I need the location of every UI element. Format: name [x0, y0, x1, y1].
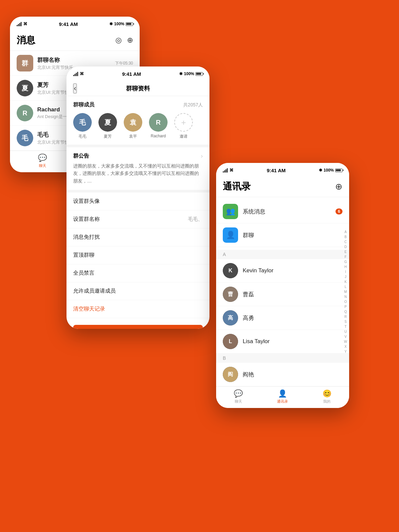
contact-gaoyong[interactable]: 高 高勇: [216, 306, 349, 330]
settings-list: 设置群头像 设置群名称 毛毛、 消息免打扰 置顶群聊 全员禁言 允许成员邀请成员…: [66, 193, 209, 318]
contacts-nav-icon-3: 👤: [278, 389, 287, 398]
setting-label-avatar: 设置群头像: [73, 198, 100, 205]
group-info-scroll[interactable]: 群聊成员 共2057人 毛 毛毛 夏 夏芳: [66, 96, 209, 329]
signal-area: ⌘: [17, 22, 27, 26]
status-bar-1: ⌘ 9:41 AM ✱ 100%: [10, 17, 140, 31]
nav-me-3[interactable]: 😊 我的: [305, 389, 349, 404]
contact-avatar-gaoyong: 高: [223, 310, 238, 326]
member-avatar-maomao: 毛: [73, 113, 92, 132]
signal-area-3: ⌘: [223, 168, 233, 173]
contact-name-gaoyong: 高勇: [243, 314, 254, 322]
setting-group-name[interactable]: 设置群名称 毛毛、: [66, 210, 209, 228]
member-avatar-yuanping: 袁: [124, 113, 142, 132]
wifi-icon-3: ⌘: [229, 168, 233, 173]
section-a: A: [216, 250, 349, 259]
section-b: B: [216, 353, 349, 363]
setting-pin[interactable]: 置顶群聊: [66, 246, 209, 264]
member-maomao[interactable]: 毛 毛毛: [73, 113, 92, 139]
setting-label-dnd: 消息免打扰: [73, 234, 100, 241]
group-chat-label: 群聊: [243, 231, 342, 239]
search-icon[interactable]: ◎: [115, 36, 122, 45]
nav-chat-3[interactable]: 💬 聊天: [216, 389, 260, 404]
contact-caolie[interactable]: 曹 曹磊: [216, 283, 349, 306]
system-messages-label: 系统消息: [243, 208, 331, 215]
signal-area-2: ⌘: [73, 71, 84, 76]
contacts-content: 👥 系统消息 6 👤 群聊 A K Kevin Taylor 曹 曹磊: [216, 197, 349, 386]
contact-avatar-lisataylor: L: [223, 334, 238, 349]
xiafang-avatar: 夏: [17, 80, 33, 96]
bluetooth-icon: ✱: [109, 22, 113, 26]
setting-label-mute: 全员禁言: [73, 270, 94, 277]
chat-nav-icon-3: 💬: [234, 389, 243, 398]
contact-name-lisataylor: Lisa Taylor: [243, 338, 270, 345]
setting-clear-chat[interactable]: 清空聊天记录: [66, 300, 209, 318]
status-bar-3: ⌘ 9:41 AM ✱ 100%: [216, 163, 349, 178]
member-xiafang[interactable]: 夏 夏芳: [98, 113, 117, 139]
phone-contacts: ⌘ 9:41 AM ✱ 100% 通讯录 ⊕ 👥 系统消息 6 👤 群聊: [216, 163, 349, 408]
chat-nav-label-3: 聊天: [235, 399, 242, 404]
status-bar-2: ⌘ 9:41 AM ✱ 100%: [66, 66, 209, 81]
contacts-nav-label-3: 通讯录: [277, 399, 288, 404]
member-avatar-xiafang: 夏: [98, 113, 117, 132]
group-meta: 下午05:30: [115, 61, 133, 66]
member-rachard[interactable]: R Rachard: [149, 113, 168, 139]
signal-icon: [17, 22, 22, 26]
member-yuanping[interactable]: 袁 袁平: [124, 113, 142, 139]
announcement-text: 进圈的朋友，大家多多交流哦，又不懂的可以互相问进圈的朋友，进圈的朋友，大家多多交…: [73, 162, 203, 185]
battery-area-2: ✱ 100%: [179, 71, 203, 76]
add-contact-button[interactable]: ⊕: [335, 182, 342, 192]
member-name-maomao: 毛毛: [78, 134, 86, 139]
signal-icon-2: [73, 72, 78, 76]
announcement-title: 群公告: [73, 153, 89, 160]
setting-group-avatar[interactable]: 设置群头像: [66, 193, 209, 210]
contacts-title: 通讯录: [223, 180, 251, 193]
contact-yanyan[interactable]: 阎 阎艳: [216, 363, 349, 386]
nav-contacts-3[interactable]: 👤 通讯录: [260, 389, 305, 404]
chat-nav-icon: 💬: [38, 154, 47, 162]
chat-nav-label: 聊天: [39, 163, 46, 168]
members-header: 群聊成员 共2057人: [73, 101, 203, 108]
battery-percent-3: 100%: [324, 168, 334, 173]
announcement-section: 群公告 › 进圈的朋友，大家多多交流哦，又不懂的可以互相问进圈的朋友，进圈的朋友…: [66, 147, 209, 193]
group-info-title: 群聊资料: [126, 84, 150, 92]
members-count: 共2057人: [183, 102, 203, 108]
members-label: 群聊成员: [73, 101, 94, 108]
member-name-rachard: Rachard: [151, 134, 166, 138]
nav-chat-1[interactable]: 💬 聊天: [10, 154, 75, 168]
alpha-index: A B C D E F G H I J K L M N O P Q R S T …: [344, 230, 347, 354]
signal-icon-3: [223, 168, 228, 173]
dissolve-group-button[interactable]: 解散该群: [73, 325, 203, 329]
contact-avatar-kevin: K: [223, 263, 238, 278]
status-time-2: 9:41 AM: [122, 71, 141, 77]
setting-mute-all[interactable]: 全员禁言: [66, 264, 209, 282]
contact-kevin[interactable]: K Kevin Taylor: [216, 259, 349, 283]
battery-percent-1: 100%: [114, 22, 124, 26]
contact-name-yanyan: 阎艳: [243, 371, 254, 378]
contacts-header: 通讯录 ⊕: [216, 178, 349, 197]
invite-button[interactable]: ＋: [174, 113, 193, 132]
bluetooth-icon-2: ✱: [179, 71, 183, 76]
system-messages-badge: 6: [335, 208, 342, 214]
add-chat-icon[interactable]: ⊕: [127, 36, 133, 45]
system-messages-item[interactable]: 👥 系统消息 6: [216, 200, 349, 223]
invite-member[interactable]: ＋ 邀请: [174, 113, 193, 139]
group-info-header: ‹ 群聊资料: [66, 81, 209, 96]
me-nav-icon-3: 😊: [323, 389, 332, 398]
contact-avatar-yanyan: 阎: [223, 367, 238, 382]
invite-label: 邀请: [180, 134, 188, 139]
contact-lisataylor[interactable]: L Lisa Taylor: [216, 330, 349, 353]
group-avatar: 群: [17, 55, 33, 71]
contact-name-caolie: 曹磊: [243, 291, 254, 298]
maomao-avatar: 毛: [17, 130, 33, 146]
battery-percent-2: 100%: [184, 71, 194, 76]
group-time: 下午05:30: [115, 61, 133, 66]
back-button[interactable]: ‹: [73, 83, 77, 93]
setting-dnd[interactable]: 消息免打扰: [66, 228, 209, 246]
setting-label-invite: 允许成员邀请成员: [73, 288, 116, 295]
wifi-icon: ⌘: [23, 22, 27, 26]
group-chat-item[interactable]: 👤 群聊: [216, 223, 349, 247]
member-name-xiafang: 夏芳: [104, 134, 112, 139]
group-name: 群聊名称: [37, 56, 111, 64]
bluetooth-icon-3: ✱: [319, 168, 322, 173]
setting-allow-invite[interactable]: 允许成员邀请成员: [66, 282, 209, 300]
